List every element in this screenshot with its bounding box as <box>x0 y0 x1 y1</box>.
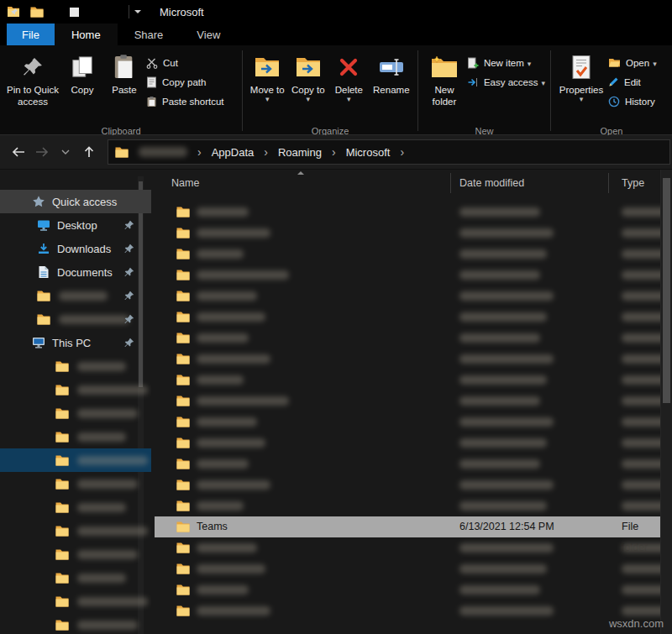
column-header-type[interactable]: Type <box>622 177 644 189</box>
edit-button[interactable]: Edit <box>608 75 657 89</box>
pin-to-quick-access-button[interactable]: Pin to Quick access <box>5 48 60 125</box>
column-header-name[interactable]: Name <box>171 177 199 189</box>
file-row[interactable] <box>155 223 660 244</box>
history-button[interactable]: History <box>608 94 657 108</box>
tab-home[interactable]: Home <box>55 24 118 45</box>
open-button[interactable]: Open <box>608 55 657 70</box>
sidebar-item[interactable]: This PC <box>0 331 151 354</box>
sidebar-item[interactable] <box>0 495 151 519</box>
file-row[interactable] <box>155 348 660 369</box>
forward-button[interactable] <box>30 140 54 164</box>
sidebar-item[interactable] <box>0 448 151 472</box>
breadcrumb-segment[interactable]: Microsoft <box>343 146 394 159</box>
file-row[interactable] <box>155 432 660 453</box>
new-item-button[interactable]: New item <box>467 55 545 70</box>
file-row[interactable] <box>155 307 660 327</box>
breadcrumb-separator-icon[interactable]: › <box>257 145 275 159</box>
blurred-date <box>459 207 540 217</box>
file-row[interactable]: Teams 6/13/2021 12:54 PM File folder <box>155 516 660 537</box>
button-label: Paste <box>104 84 144 96</box>
paste-shortcut-button[interactable]: Paste shortcut <box>146 94 224 108</box>
star-icon <box>30 195 47 208</box>
file-row[interactable] <box>155 390 660 411</box>
properties-button[interactable]: Properties <box>556 48 606 125</box>
column-separator[interactable] <box>608 173 609 193</box>
vertical-scrollbar[interactable] <box>660 170 672 634</box>
sidebar-item[interactable] <box>0 354 151 378</box>
column-separator[interactable] <box>450 173 451 193</box>
button-label: Delete <box>329 84 369 104</box>
square-icon[interactable] <box>69 7 80 18</box>
pin-folder-icon[interactable] <box>7 6 20 18</box>
file-row[interactable] <box>155 327 660 348</box>
sidebar-item[interactable] <box>0 378 151 401</box>
sidebar-item[interactable] <box>0 425 151 448</box>
tab-file[interactable]: File <box>7 24 55 45</box>
breadcrumb-separator-icon[interactable]: › <box>191 145 208 159</box>
folder-icon <box>176 479 190 490</box>
easy-access-button[interactable]: Easy access <box>467 75 545 89</box>
file-row[interactable] <box>155 474 660 495</box>
sidebar-item[interactable] <box>0 284 151 307</box>
sidebar-item[interactable] <box>0 401 151 425</box>
copy-to-button[interactable]: Copy to <box>289 48 328 125</box>
tab-share[interactable]: Share <box>118 24 181 45</box>
sidebar-item[interactable] <box>0 519 151 542</box>
sidebar-item[interactable]: Quick access <box>0 190 151 213</box>
sidebar-item[interactable] <box>0 542 151 566</box>
blurred-file-name <box>197 585 249 595</box>
up-button[interactable] <box>77 140 101 164</box>
file-row[interactable] <box>155 286 660 307</box>
file-row[interactable] <box>155 265 660 286</box>
breadcrumb-segment[interactable]: Roaming <box>275 146 325 159</box>
breadcrumb-segment[interactable]: AppData <box>208 146 258 159</box>
address-box[interactable]: ›AppData›Roaming›Microsoft› <box>108 139 670 165</box>
file-row[interactable] <box>155 558 660 579</box>
folder-icon[interactable] <box>30 7 44 18</box>
sidebar-item[interactable]: Documents <box>0 260 151 284</box>
file-row[interactable] <box>155 579 660 600</box>
sidebar-item[interactable]: Desktop <box>0 213 151 237</box>
column-header-date-modified[interactable]: Date modified <box>459 177 524 189</box>
file-row[interactable] <box>155 537 660 558</box>
rename-button[interactable]: Rename <box>370 48 412 125</box>
copy-path-button[interactable]: Copy path <box>146 75 224 89</box>
breadcrumb: ›AppData›Roaming›Microsoft› <box>135 145 411 159</box>
recent-locations-button[interactable] <box>54 140 77 164</box>
document-icon <box>146 76 157 88</box>
back-button[interactable] <box>7 140 30 164</box>
sidebar-item[interactable] <box>0 589 151 613</box>
chevron-down-icon[interactable] <box>134 10 141 13</box>
edit-pencil-icon <box>608 76 619 87</box>
vertical-scrollbar-thumb[interactable] <box>663 178 670 403</box>
breadcrumb-separator-icon[interactable]: › <box>325 145 343 159</box>
delete-button[interactable]: Delete <box>329 48 369 125</box>
sidebar-item[interactable] <box>0 307 151 331</box>
file-row[interactable] <box>155 202 660 223</box>
copy-button[interactable]: Copy <box>62 48 102 125</box>
breadcrumb-segment[interactable] <box>135 147 191 157</box>
blurred-file-name <box>197 417 257 427</box>
folder-icon <box>54 408 71 419</box>
blurred-file-name <box>197 249 244 259</box>
breadcrumb-separator-icon[interactable]: › <box>393 145 411 159</box>
new-folder-button[interactable]: New folder <box>423 48 465 125</box>
move-to-button[interactable]: Move to <box>248 48 287 125</box>
sidebar-item[interactable] <box>0 472 151 495</box>
file-row[interactable] <box>155 600 660 621</box>
window-title: Microsoft <box>160 6 204 18</box>
file-row[interactable] <box>155 369 660 390</box>
file-row[interactable] <box>155 411 660 432</box>
tab-view[interactable]: View <box>180 24 237 45</box>
blurred-breadcrumb <box>139 147 187 157</box>
blurred-date <box>459 312 547 322</box>
file-row[interactable] <box>155 244 660 265</box>
blurred-label <box>59 291 108 301</box>
sidebar-item[interactable]: Downloads <box>0 237 151 260</box>
paste-button[interactable]: Paste <box>104 48 144 125</box>
file-row[interactable] <box>155 453 660 474</box>
sidebar-item[interactable] <box>0 613 151 634</box>
sidebar-item[interactable] <box>0 566 151 589</box>
cut-button[interactable]: Cut <box>146 55 224 70</box>
file-row[interactable] <box>155 495 660 516</box>
